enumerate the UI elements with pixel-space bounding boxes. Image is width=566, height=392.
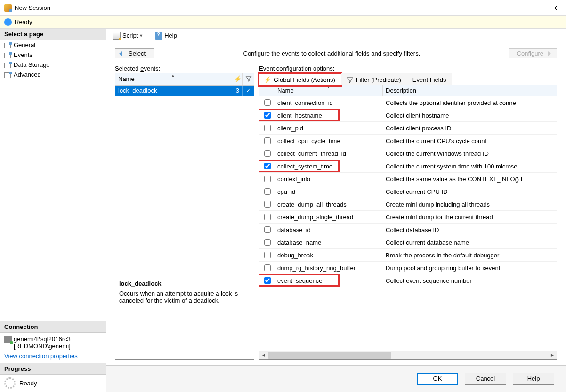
select-button[interactable]: SSelectelect: [115, 48, 154, 58]
field-row-context_info[interactable]: context_infoCollect the same value as th…: [259, 173, 557, 185]
page-item-general[interactable]: General: [0, 40, 106, 50]
instruction-text: Configure the events to collect addition…: [154, 50, 509, 57]
field-description: Create mini dump including all threads: [383, 200, 557, 209]
event-description-body: Occurs when an attempt to acquire a lock…: [119, 290, 250, 304]
field-checkbox[interactable]: [264, 125, 271, 131]
field-description: Dump pool and group ring buffer to xeven…: [383, 263, 557, 273]
status-bar: i Ready: [0, 16, 566, 29]
selected-events-grid[interactable]: ▴Name ⚡ lock_deadlock3✓: [115, 73, 254, 272]
help-icon: [155, 32, 162, 40]
field-checkbox[interactable]: [264, 188, 271, 195]
col-name-header[interactable]: ▴Name: [115, 73, 231, 85]
config-tabs: ⚡Global Fields (Actions)Filter (Predicat…: [259, 73, 557, 85]
field-checkbox[interactable]: [264, 214, 271, 220]
tab-global-fields-actions-[interactable]: ⚡Global Fields (Actions): [259, 73, 341, 85]
field-description: Collect client hostname: [383, 111, 557, 120]
left-panel: Select a page GeneralEventsData StorageA…: [0, 29, 106, 392]
field-checkbox[interactable]: [264, 201, 271, 208]
field-row-collect_system_time[interactable]: collect_system_timeCollect the current s…: [259, 160, 557, 173]
page-icon: [4, 62, 12, 68]
field-checkbox[interactable]: [264, 226, 271, 233]
progress-text: Ready: [19, 380, 37, 387]
horizontal-scrollbar[interactable]: ◄ ►: [259, 351, 557, 359]
field-description: Collect the current Windows thread ID: [383, 149, 557, 159]
field-checkbox[interactable]: [264, 176, 271, 182]
tab-event-fields[interactable]: Event Fields: [407, 73, 453, 85]
server-icon: [4, 336, 12, 343]
maximize-button[interactable]: [522, 1, 544, 15]
configure-button: ConfigureConfigure: [509, 48, 557, 58]
page-icon: [4, 42, 12, 48]
field-checkbox[interactable]: [264, 252, 271, 258]
fields-col-name[interactable]: ▴Name: [275, 85, 383, 96]
tab-filter-predicate-[interactable]: Filter (Predicate): [341, 73, 407, 85]
page-item-events[interactable]: Events: [0, 50, 106, 60]
connection-header: Connection: [0, 321, 106, 333]
field-row-event_sequence[interactable]: event_sequenceCollect event sequence num…: [259, 274, 557, 287]
field-checkbox[interactable]: [264, 264, 271, 271]
field-row-collect_cpu_cycle_time[interactable]: collect_cpu_cycle_timeCollect the curren…: [259, 135, 557, 147]
scroll-left-icon[interactable]: ◄: [259, 352, 268, 358]
field-description: Collect client process ID: [383, 123, 557, 133]
field-description: Collect current CPU ID: [383, 187, 557, 197]
scroll-right-icon[interactable]: ►: [548, 352, 557, 358]
field-name: create_dump_all_threads: [275, 200, 383, 209]
funnel-icon: [347, 77, 353, 83]
field-name: client_pid: [275, 123, 383, 133]
progress-header: Progress: [0, 363, 106, 375]
field-row-debug_break[interactable]: debug_breakBreak the process in the defa…: [259, 249, 557, 262]
field-row-client_pid[interactable]: client_pidCollect client process ID: [259, 122, 557, 135]
field-checkbox[interactable]: [264, 239, 271, 246]
field-name: cpu_id: [275, 187, 383, 197]
view-connection-properties-link[interactable]: View connection properties: [0, 351, 106, 363]
field-name: client_connection_id: [275, 98, 383, 108]
field-row-create_dump_all_threads[interactable]: create_dump_all_threadsCreate mini dump …: [259, 198, 557, 211]
col-filter-header[interactable]: [243, 73, 254, 85]
field-checkbox[interactable]: [264, 99, 271, 106]
page-icon: [4, 72, 12, 78]
field-checkbox[interactable]: [264, 150, 271, 157]
window-title: New Session: [15, 4, 501, 11]
field-checkbox[interactable]: [264, 112, 271, 119]
minimize-button[interactable]: [501, 1, 522, 15]
field-row-database_id[interactable]: database_idCollect database ID: [259, 224, 557, 236]
selected-event-row[interactable]: lock_deadlock3✓: [115, 86, 254, 96]
cancel-button[interactable]: Cancel: [465, 373, 506, 385]
page-item-advanced[interactable]: Advanced: [0, 70, 106, 80]
field-row-create_dump_single_thread[interactable]: create_dump_single_threadCreate mini dum…: [259, 211, 557, 224]
field-name: context_info: [275, 174, 383, 184]
page-item-data-storage[interactable]: Data Storage: [0, 60, 106, 70]
field-description: Collect the current system time with 100…: [383, 161, 557, 171]
field-row-cpu_id[interactable]: cpu_idCollect current CPU ID: [259, 185, 557, 198]
close-button[interactable]: [544, 1, 566, 15]
field-row-client_hostname[interactable]: client_hostnameCollect client hostname: [259, 109, 557, 122]
field-row-collect_current_thread_id[interactable]: collect_current_thread_idCollect the cur…: [259, 147, 557, 160]
fields-col-description[interactable]: Description: [383, 85, 557, 96]
field-description: Collect current database name: [383, 238, 557, 248]
bolt-icon: ⚡: [234, 75, 242, 82]
script-button[interactable]: Script ▼: [110, 31, 146, 40]
field-description: Collect the same value as the CONTEXT_IN…: [383, 174, 557, 184]
field-checkbox[interactable]: [264, 163, 271, 169]
selected-events-label: Selected events:: [115, 65, 254, 72]
field-checkbox[interactable]: [264, 137, 271, 144]
event-description-box: lock_deadlock Occurs when an attempt to …: [115, 277, 254, 360]
col-bolt-header[interactable]: ⚡: [231, 73, 243, 85]
toolbar: Script ▼ Help: [106, 29, 566, 43]
field-description: Collect the current CPU's cycle count: [383, 136, 557, 146]
script-icon: [113, 32, 121, 40]
fields-body[interactable]: client_connection_idCollects the optiona…: [259, 96, 557, 351]
field-row-client_connection_id[interactable]: client_connection_idCollects the optiona…: [259, 96, 557, 109]
field-row-dump_rg_history_ring_buffer[interactable]: dump_rg_history_ring_bufferDump pool and…: [259, 262, 557, 274]
scroll-thumb[interactable]: [268, 352, 391, 359]
ok-button[interactable]: OK: [417, 373, 458, 385]
help-button-footer[interactable]: Help: [513, 373, 554, 385]
bolt-icon: ⚡: [264, 77, 271, 83]
event-config-label: Event configuration options:: [259, 65, 557, 72]
field-row-database_name[interactable]: database_nameCollect current database na…: [259, 236, 557, 249]
field-name: collect_system_time: [275, 161, 383, 171]
field-description: Create mini dump for the current thread: [383, 212, 557, 222]
help-button[interactable]: Help: [152, 31, 180, 40]
field-checkbox[interactable]: [264, 277, 271, 284]
select-page-header: Select a page: [0, 29, 106, 40]
